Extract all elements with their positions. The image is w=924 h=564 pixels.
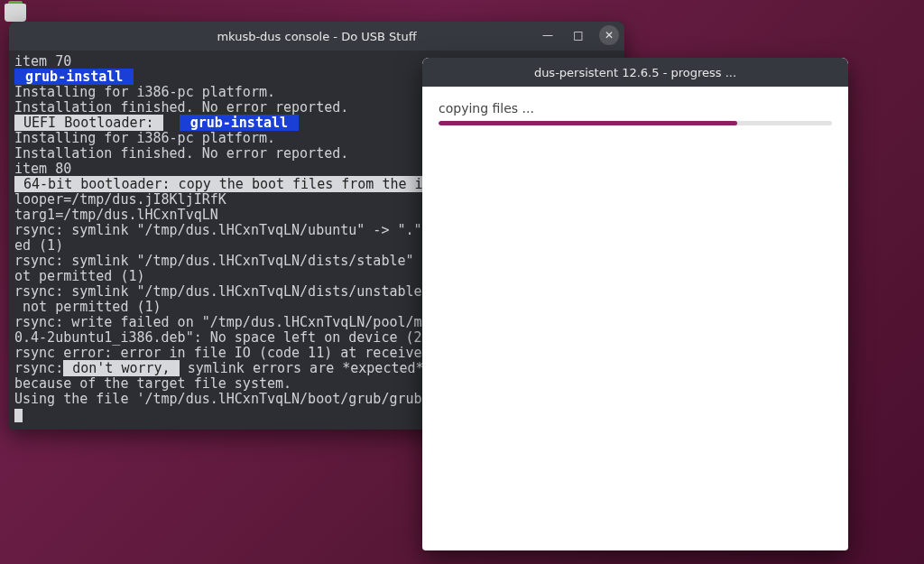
console-line: ed (1) xyxy=(14,237,63,254)
minimize-button[interactable]: — xyxy=(538,25,558,45)
console-highlight-64bit: 64-bit bootloader: copy the boot files f… xyxy=(14,176,448,192)
progress-label: copying files ... xyxy=(439,101,832,116)
console-highlight-grub: grub-install xyxy=(180,115,299,131)
console-line: rsync: symlink "/tmp/dus.lHCxnTvqLN/dist… xyxy=(14,283,447,300)
maximize-button[interactable]: □ xyxy=(568,25,588,45)
console-highlight-uefi: UEFI Bootloader: xyxy=(14,115,163,131)
console-line: rsync: symlink "/tmp/dus.lHCxnTvqLN/dist… xyxy=(14,253,447,269)
console-highlight-grub: grub-install xyxy=(14,69,134,85)
console-line: rsync: write failed on "/tmp/dus.lHCxnTv… xyxy=(14,314,447,330)
console-line: ot permitted (1) xyxy=(14,268,145,284)
console-line: item 70 xyxy=(14,53,71,69)
console-line: 0.4-2ubuntu1_i386.deb": No space left on… xyxy=(14,329,439,346)
console-line: rsync error: error in file IO (code 11) … xyxy=(14,345,447,361)
console-line: rsync: symlink "/tmp/dus.lHCxnTvqLN/ubun… xyxy=(14,222,447,238)
console-line: symlink errors are *expected* xyxy=(180,360,424,376)
progress-bar xyxy=(439,121,832,125)
terminal-cursor xyxy=(14,409,23,422)
console-window-controls: — □ ✕ xyxy=(538,25,619,45)
progress-body: copying files ... xyxy=(422,87,848,140)
console-line: item 80 xyxy=(14,161,71,177)
progress-titlebar[interactable]: dus-persistent 12.6.5 - progress ... xyxy=(422,58,848,87)
console-title: mkusb-dus console - Do USB Stuff xyxy=(9,30,624,43)
console-line: targ1=/tmp/dus.lHCxnTvqLN xyxy=(14,207,218,223)
close-button[interactable]: ✕ xyxy=(599,25,619,45)
console-line: because of the target file system. xyxy=(14,375,291,392)
console-line: Installing for i386-pc platform. xyxy=(14,130,275,146)
console-line: Installing for i386-pc platform. xyxy=(14,84,275,100)
console-highlight-dontworry: don't worry, xyxy=(63,360,179,376)
progress-title: dus-persistent 12.6.5 - progress ... xyxy=(422,66,848,79)
progress-window: dus-persistent 12.6.5 - progress ... cop… xyxy=(422,58,848,550)
console-line: Using the file '/tmp/dus.lHCxnTvqLN/boot… xyxy=(14,391,447,407)
trash-icon xyxy=(5,4,26,22)
console-line: not permitted (1) xyxy=(14,299,162,315)
progress-fill xyxy=(439,121,737,125)
console-line: looper=/tmp/dus.jI8KljIRfK xyxy=(14,191,226,208)
console-line: Installation finished. No error reported… xyxy=(14,99,348,116)
console-line: Installation finished. No error reported… xyxy=(14,145,348,162)
console-line: rsync: xyxy=(14,360,63,376)
console-titlebar[interactable]: mkusb-dus console - Do USB Stuff — □ ✕ xyxy=(9,22,624,51)
